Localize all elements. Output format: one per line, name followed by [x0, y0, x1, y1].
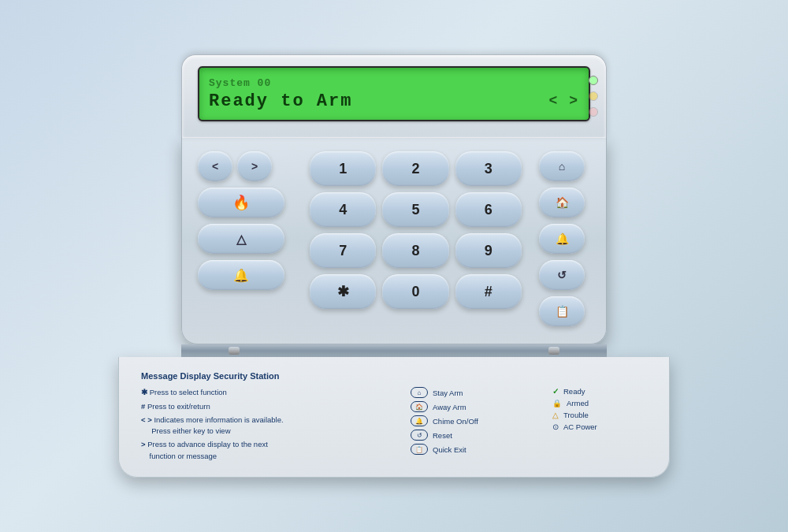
- nav-right-button[interactable]: >: [237, 151, 272, 181]
- nav-left-button[interactable]: <: [198, 151, 232, 181]
- home-outline-icon: 🏠: [556, 196, 569, 209]
- label-advance: > Press to advance display to the next f…: [141, 439, 395, 462]
- trouble-triangle-icon: △: [552, 411, 559, 419]
- keypad-body: < > 🔥 △ 🔔: [181, 137, 607, 344]
- key-0[interactable]: 0: [382, 274, 448, 309]
- reset-button[interactable]: ↺: [539, 260, 585, 290]
- armed-led: [589, 91, 598, 101]
- key-star[interactable]: ✱: [310, 274, 376, 309]
- key-3[interactable]: 3: [455, 151, 522, 186]
- key-7[interactable]: 7: [310, 233, 376, 268]
- aux-button[interactable]: △: [198, 224, 284, 254]
- right-function-section: ⌂ 🏠 🔔 ↺ 📋: [539, 151, 590, 326]
- police-icon: 🔔: [233, 268, 249, 283]
- key-6[interactable]: 6: [455, 192, 522, 227]
- label-hash: # Press to exit/return: [141, 401, 395, 412]
- ready-checkmark-icon: ✓: [552, 387, 559, 396]
- label-trouble: Trouble: [563, 411, 589, 419]
- home-filled-icon: ⌂: [559, 160, 565, 173]
- label-armed: Armed: [567, 399, 589, 407]
- ac-power-icon: ⊙: [552, 422, 559, 431]
- label-trouble-status: △ Trouble: [552, 411, 647, 419]
- key-1[interactable]: 1: [310, 151, 376, 186]
- away-arm-button[interactable]: 🏠: [539, 188, 585, 218]
- armed-lock-icon: 🔒: [552, 399, 562, 407]
- quick-exit-label-icon: 📋: [411, 444, 428, 455]
- fire-button[interactable]: 🔥: [198, 188, 284, 218]
- fire-icon: 🔥: [232, 194, 250, 211]
- label-col-left: Message Display Security Station ✱ Press…: [141, 371, 395, 464]
- status-leds: [589, 76, 598, 117]
- chime-label-icon: 🔔: [411, 415, 428, 426]
- nav-row: < >: [198, 151, 292, 181]
- key-hash[interactable]: #: [455, 274, 522, 309]
- label-ac-power-status: ⊙ AC Power: [552, 422, 647, 431]
- label-ready-status: ✓ Ready: [552, 387, 647, 396]
- key-9[interactable]: 9: [455, 233, 522, 268]
- away-arm-label-icon: 🏠: [411, 401, 428, 412]
- chime-button[interactable]: 🔔: [539, 224, 585, 254]
- label-away-arm: 🏠 Away Arm: [411, 401, 537, 412]
- scene: System 00 Ready to Arm < >: [39, 10, 749, 523]
- trouble-led: [589, 107, 598, 117]
- display-text: Ready to Arm: [209, 91, 352, 111]
- key-2[interactable]: 2: [382, 151, 448, 186]
- ready-led: [589, 76, 598, 85]
- label-ready: Ready: [563, 387, 585, 396]
- display-nav: < >: [549, 93, 579, 109]
- stay-arm-button[interactable]: ⌂: [539, 151, 585, 181]
- label-chime: 🔔 Chime On/Off: [411, 415, 537, 426]
- hinge-right: [548, 347, 559, 355]
- display-line2: Ready to Arm < >: [209, 91, 579, 111]
- police-button[interactable]: 🔔: [198, 260, 284, 290]
- refresh-icon: ↺: [557, 269, 567, 281]
- number-grid: 1 2 3 4 5 6 7 8 9 ✱ 0 #: [310, 151, 522, 309]
- left-function-section: < > 🔥 △ 🔔: [198, 151, 292, 290]
- display-section: System 00 Ready to Arm < >: [181, 54, 607, 137]
- lcd-display: System 00 Ready to Arm < >: [198, 66, 590, 121]
- label-ac-power: AC Power: [563, 422, 597, 431]
- key-5[interactable]: 5: [382, 192, 448, 227]
- warning-icon: △: [236, 232, 246, 247]
- label-section: Message Display Security Station ✱ Press…: [141, 371, 647, 464]
- label-reset: ↺ Reset: [411, 430, 537, 441]
- stay-arm-label-icon: ⌂: [411, 387, 428, 398]
- lower-flap: Message Display Security Station ✱ Press…: [118, 357, 670, 478]
- key-8[interactable]: 8: [382, 233, 448, 268]
- reset-label-icon: ↺: [411, 430, 428, 441]
- label-quick-exit: 📋 Quick Exit: [411, 444, 537, 455]
- label-col-middle: ⌂ Stay Arm 🏠 Away Arm 🔔 Chime On/Off ↺ R…: [411, 371, 537, 458]
- bell-icon: 🔔: [556, 233, 569, 245]
- hinge-divider: [181, 344, 607, 357]
- label-nav-info: < > Indicates more information is availa…: [141, 415, 395, 437]
- label-star: ✱ Press to select function: [141, 387, 395, 398]
- key-4[interactable]: 4: [310, 192, 376, 227]
- display-line1: System 00: [209, 77, 579, 89]
- label-armed-status: 🔒 Armed: [552, 399, 647, 407]
- hinge-left: [229, 347, 240, 355]
- label-stay-arm: ⌂ Stay Arm: [411, 387, 537, 398]
- quick-exit-button[interactable]: 📋: [539, 296, 585, 326]
- label-col-right: ✓ Ready 🔒 Armed △ Trouble ⊙ AC Power: [552, 371, 647, 434]
- label-title: Message Display Security Station: [141, 371, 395, 381]
- keypad-assembly: System 00 Ready to Arm < >: [118, 54, 670, 478]
- quick-exit-icon: 📋: [556, 305, 569, 318]
